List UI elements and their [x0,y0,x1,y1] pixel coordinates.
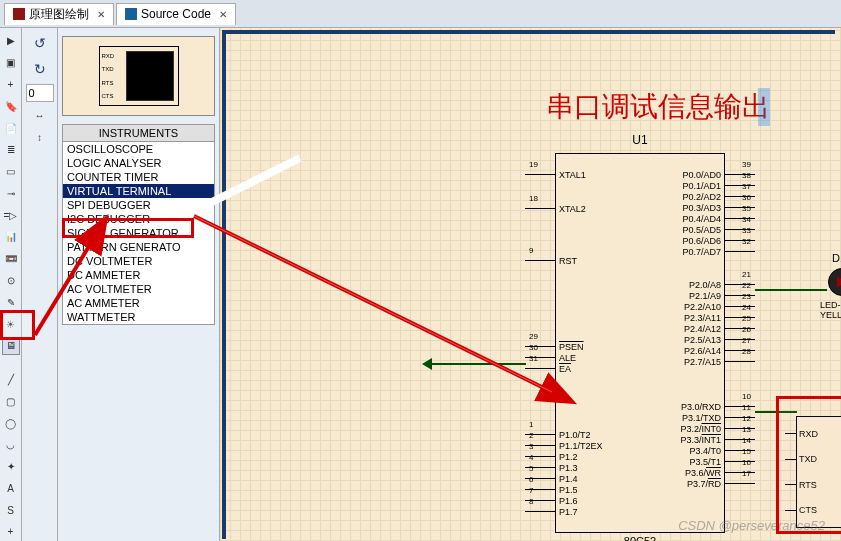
flip-v-icon[interactable]: ↕ [31,128,49,146]
instrument-item[interactable]: VIRTUAL TERMINAL [63,184,214,198]
instrument-item[interactable]: AC AMMETER [63,296,214,310]
chip-pin[interactable]: 19XTAL1 [525,169,555,180]
chip-pin[interactable]: 31EA [525,363,555,374]
tab-schematic[interactable]: 原理图绘制 ✕ [4,3,114,25]
canvas-annotation-text[interactable]: 串口调试信息输出 [546,88,770,126]
component-u1-chip[interactable]: U1 80C52 19XTAL118XTAL29RST29PSEN30ALE31… [525,153,755,533]
instrument-item[interactable]: AC VOLTMETER [63,282,214,296]
text-a-tool-icon[interactable]: A [2,480,20,498]
device-pin-tool-icon[interactable]: =▷ [2,206,20,224]
terminal-tool-icon[interactable]: ⊸ [2,184,20,202]
instrument-item[interactable]: SPI DEBUGGER [63,198,214,212]
chip-pin[interactable]: 32P0.7/AD7 [725,246,755,257]
generator-tool-icon[interactable]: ⊙ [2,272,20,290]
pointer-tool-icon[interactable]: ▶ [2,32,20,50]
flip-h-icon[interactable]: ↔ [31,106,49,124]
instrument-item[interactable]: COUNTER TIMER [63,170,214,184]
led-model: LED-YELLOW [820,300,841,320]
chip-model: 80C52 [624,535,656,541]
instrument-item[interactable]: WATTMETER [63,310,214,324]
marker-tool-icon[interactable]: + [2,523,20,541]
left-panel: RXD TXD RTS CTS INSTRUMENTS OSCILLOSCOPE… [58,28,220,541]
chip-pin[interactable]: 9RST [525,255,555,266]
main-area: ▶ ▣ + 🔖 📄 ≣ ▭ ⊸ =▷ 📊 📼 ⊙ ✎ ☀ 🖥 ╱ ▢ ◯ ◡ ✦… [0,28,841,541]
tab-label: Source Code [141,7,211,21]
box-tool-icon[interactable]: ▢ [2,392,20,410]
source-tab-icon [125,8,137,20]
probe-tool-icon[interactable]: ✎ [2,293,20,311]
toolbar-left-1: ▶ ▣ + 🔖 📄 ≣ ▭ ⊸ =▷ 📊 📼 ⊙ ✎ ☀ 🖥 ╱ ▢ ◯ ◡ ✦… [0,28,22,541]
arc-tool-icon[interactable]: ◡ [2,436,20,454]
chip-pin[interactable]: 17P3.7/RD [725,478,755,489]
instrument-item[interactable]: OSCILLOSCOPE [63,142,214,156]
subcircuit-tool-icon[interactable]: ▭ [2,163,20,181]
line-tool-icon[interactable]: ╱ [2,371,20,389]
schematic-canvas[interactable]: 串口调试信息输出 U1 80C52 19XTAL118XTAL29RST29PS… [220,28,841,541]
close-icon[interactable]: ✕ [219,9,227,20]
highlight-virtual-terminal-item [62,218,194,238]
toolbar-left-2: ↺ ↻ ↔ ↕ [22,28,58,541]
instruments-header: INSTRUMENTS [62,124,215,142]
instrument-item[interactable]: DC AMMETER [63,268,214,282]
led-refdes: D1 [832,252,841,264]
tape-tool-icon[interactable]: 📼 [2,250,20,268]
svg-marker-0 [837,276,841,288]
path-tool-icon[interactable]: ✦ [2,458,20,476]
tab-label: 原理图绘制 [29,6,89,23]
junction-tool-icon[interactable]: + [2,76,20,94]
chip-pin[interactable]: 28P2.7/A15 [725,356,755,367]
schematic-tab-icon [13,8,25,20]
instrument-item[interactable]: PATTERN GENERATO [63,240,214,254]
preview-pin-txd: TXD [102,66,120,72]
component-preview: RXD TXD RTS CTS [62,36,215,116]
symbol-tool-icon[interactable]: S [2,501,20,519]
bus-tool-icon[interactable]: ≣ [2,141,20,159]
chip-pin[interactable]: 8P1.7 [525,506,555,517]
component-d1-led[interactable]: D1 LED-YELLOW [828,268,841,296]
text-tool-icon[interactable]: 📄 [2,119,20,137]
rotate-ccw-icon[interactable]: ↺ [30,33,50,53]
rotation-angle-input[interactable] [26,84,54,102]
preview-pin-rxd: RXD [102,53,120,59]
instrument-item[interactable]: LOGIC ANALYSER [63,156,214,170]
preview-pin-rts: RTS [102,80,120,86]
chip-pin[interactable]: 18XTAL2 [525,203,555,214]
highlight-instrument-tool [0,310,35,340]
graph-tool-icon[interactable]: 📊 [2,228,20,246]
component-tool-icon[interactable]: ▣ [2,54,20,72]
close-icon[interactable]: ✕ [97,9,105,20]
instrument-item[interactable]: DC VOLTMETER [63,254,214,268]
tab-source-code[interactable]: Source Code ✕ [116,3,236,25]
highlight-virtual-terminal-canvas [776,396,841,534]
chip-refdes: U1 [632,133,647,147]
preview-pin-cts: CTS [102,93,120,99]
label-tool-icon[interactable]: 🔖 [2,97,20,115]
circle-tool-icon[interactable]: ◯ [2,414,20,432]
tab-bar: 原理图绘制 ✕ Source Code ✕ [0,0,841,28]
rotate-cw-icon[interactable]: ↻ [30,59,50,79]
